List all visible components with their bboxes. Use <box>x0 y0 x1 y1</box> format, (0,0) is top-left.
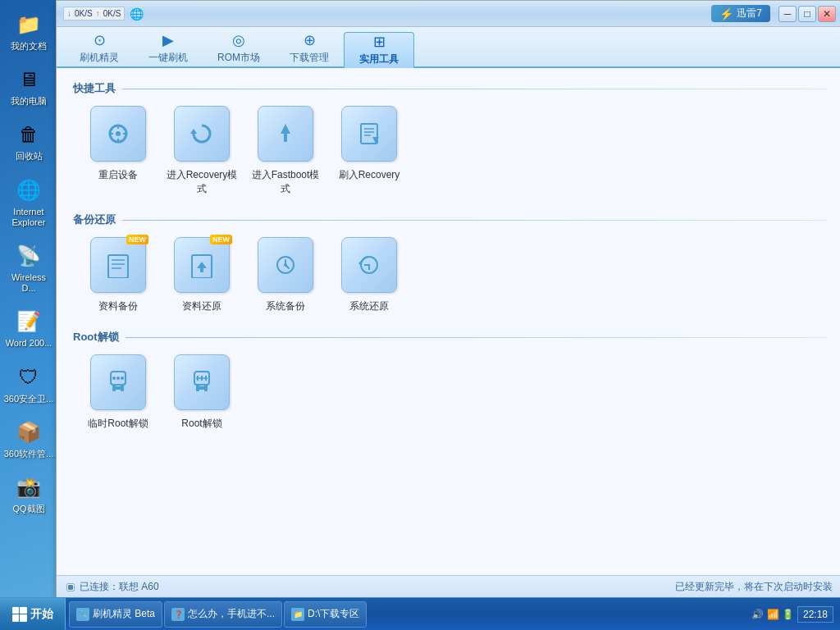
taskbar-item-flash-wizard[interactable]: 🔧 刷机精灵 Beta <box>69 601 162 628</box>
360soft-icon: 📦 <box>14 418 43 447</box>
enter-fastboot-label: 进入Fastboot模式 <box>249 168 322 196</box>
enter-fastboot-icon-box <box>258 106 313 162</box>
desktop-icon-qq-screenshot[interactable]: 📸 QQ截图 <box>9 469 48 518</box>
system-restore-icon-box <box>341 237 397 293</box>
enter-fastboot-svg <box>272 121 299 147</box>
tool-temp-root[interactable]: 临时Root解锁 <box>81 354 155 431</box>
flash-recovery-icon-box <box>341 106 397 162</box>
time-display: 22:18 <box>797 606 833 623</box>
xunlei-logo: ⚡ <box>719 7 733 21</box>
data-restore-svg <box>189 252 215 278</box>
svg-rect-37 <box>196 385 199 391</box>
my-docs-icon: 📁 <box>14 10 43 39</box>
new-badge-data-restore: NEW <box>210 235 232 244</box>
minimize-button[interactable]: ─ <box>778 6 797 22</box>
taskbar-download-label: D:\下载专区 <box>308 607 359 621</box>
close-button[interactable]: ✕ <box>818 6 836 22</box>
tool-enter-recovery[interactable]: 进入Recovery模式 <box>165 106 239 196</box>
quick-tools-title: 快捷工具 <box>73 81 116 96</box>
taskbar-help-label: 怎么办，手机进不... <box>188 607 275 621</box>
backup-restore-grid: NEW 资料备份 NEW <box>73 237 826 313</box>
status-left: 已连接：联想 A60 <box>66 580 159 594</box>
desktop-icon-my-computer[interactable]: 🖥 我的电脑 <box>7 62 50 110</box>
flash-recovery-label: 刷入Recovery <box>339 168 400 182</box>
tool-system-backup[interactable]: 系统备份 <box>249 237 322 313</box>
maximize-button[interactable]: □ <box>798 6 816 22</box>
desktop-icon-word[interactable]: 📝 Word 200... <box>2 304 56 352</box>
data-backup-svg <box>105 252 131 278</box>
data-restore-label: 资料还原 <box>182 299 221 313</box>
taskbar-item-download[interactable]: 📁 D:\下载专区 <box>284 601 367 628</box>
ie-label: Internet Explorer <box>3 207 54 228</box>
svg-rect-29 <box>112 385 116 391</box>
root-unlock-section: Root解锁 <box>73 330 826 431</box>
system-backup-label: 系统备份 <box>266 299 305 313</box>
tab-utility-tools-icon: ⊞ <box>373 33 386 51</box>
update-notice: 已经更新完毕，将在下次启动时安装 <box>675 580 833 594</box>
tool-restart-device[interactable]: 重启设备 <box>81 106 155 196</box>
title-bar: ↓ 0K/S ↑ 0K/S 🌐 ⚡ 迅雷7 ─ □ ✕ <box>57 1 840 27</box>
svg-point-26 <box>112 377 116 380</box>
desktop-icon-360soft[interactable]: 📦 360软件管... <box>1 414 57 463</box>
tab-download-manage-icon: ⊕ <box>304 31 316 49</box>
net-speed-down: 0K/S <box>75 9 93 18</box>
down-arrow-icon: ↓ <box>67 9 71 18</box>
svg-rect-31 <box>116 386 121 390</box>
temp-root-svg <box>104 368 132 396</box>
systray-icons: 🔊 📶 🔋 <box>751 609 794 620</box>
xunlei-button[interactable]: ⚡ 迅雷7 <box>711 5 770 22</box>
tab-flash-wizard[interactable]: ⊙ 刷机精灵 <box>65 30 134 66</box>
flash-recovery-svg <box>356 121 382 147</box>
quick-tools-grid: 重启设备 进入Recovery模式 <box>73 106 826 196</box>
backup-restore-title: 备份还原 <box>73 212 116 227</box>
taskbar-flash-wizard-label: 刷机精灵 Beta <box>93 607 155 621</box>
root-unlock-header: Root解锁 <box>73 330 826 345</box>
tool-system-restore[interactable]: 系统还原 <box>332 237 406 313</box>
xunlei-label: 迅雷7 <box>737 7 762 21</box>
svg-rect-39 <box>199 386 204 390</box>
temp-root-label: 临时Root解锁 <box>88 417 148 431</box>
app-window: ↓ 0K/S ↑ 0K/S 🌐 ⚡ 迅雷7 ─ □ ✕ ⊙ <box>56 0 840 599</box>
ie-icon: 🌐 <box>14 176 43 205</box>
desktop-icon-recycle-bin[interactable]: 🗑 回收站 <box>11 116 47 165</box>
tool-enter-fastboot[interactable]: 进入Fastboot模式 <box>249 106 322 196</box>
svg-rect-30 <box>121 385 124 391</box>
enter-recovery-label: 进入Recovery模式 <box>165 168 239 196</box>
tab-one-click-flash[interactable]: ▶ 一键刷机 <box>134 30 203 66</box>
quick-tools-divider <box>122 89 826 89</box>
qq-screenshot-label: QQ截图 <box>12 504 44 514</box>
tool-flash-recovery[interactable]: 刷入Recovery <box>332 106 406 196</box>
svg-rect-8 <box>284 134 287 142</box>
connected-status: 已连接：联想 A60 <box>80 580 159 594</box>
backup-restore-divider <box>122 220 826 221</box>
tab-utility-tools[interactable]: ⊞ 实用工具 <box>344 32 414 68</box>
net-speed-up: 0K/S <box>103 9 121 18</box>
start-button[interactable]: 开始 <box>0 598 66 631</box>
taskbar: 开始 🔧 刷机精灵 Beta ❓ 怎么办，手机进不... 📁 D:\下载专区 🔊… <box>0 597 840 630</box>
tool-data-restore[interactable]: NEW 资料还原 <box>165 237 239 313</box>
desktop-icon-ie[interactable]: 🌐 Internet Explorer <box>0 172 57 231</box>
root-unlock-icon-box <box>174 354 230 410</box>
recycle-bin-icon: 🗑 <box>14 120 43 149</box>
systray: 🔊 📶 🔋 <box>751 609 794 620</box>
tool-root-unlock[interactable]: Root解锁 <box>165 354 239 431</box>
root-unlock-title: Root解锁 <box>73 330 119 345</box>
taskbar-download-icon: 📁 <box>291 608 304 621</box>
tool-data-backup[interactable]: NEW 资料备份 <box>81 237 155 313</box>
taskbar-item-help[interactable]: ❓ 怎么办，手机进不... <box>164 601 282 628</box>
desktop-icon-360safe[interactable]: 🛡 360安全卫... <box>1 359 57 408</box>
desktop-icon-wireless[interactable]: 📡 Wireless D... <box>0 238 57 297</box>
enter-recovery-icon-box <box>174 106 230 162</box>
tab-rom-market[interactable]: ◎ ROM市场 <box>203 30 275 66</box>
recycle-bin-label: 回收站 <box>16 151 43 162</box>
desktop-icon-my-docs[interactable]: 📁 我的文档 <box>7 7 50 55</box>
ie-title-icon: 🌐 <box>130 7 144 21</box>
tab-rom-market-icon: ◎ <box>232 31 245 49</box>
tab-flash-wizard-label: 刷机精灵 <box>80 51 119 65</box>
tab-one-click-flash-icon: ▶ <box>162 31 174 49</box>
tab-download-manage[interactable]: ⊕ 下载管理 <box>275 30 344 66</box>
enter-recovery-svg <box>189 121 215 147</box>
restart-device-icon-box <box>90 106 146 162</box>
my-computer-label: 我的电脑 <box>11 96 47 107</box>
svg-point-28 <box>121 377 124 380</box>
